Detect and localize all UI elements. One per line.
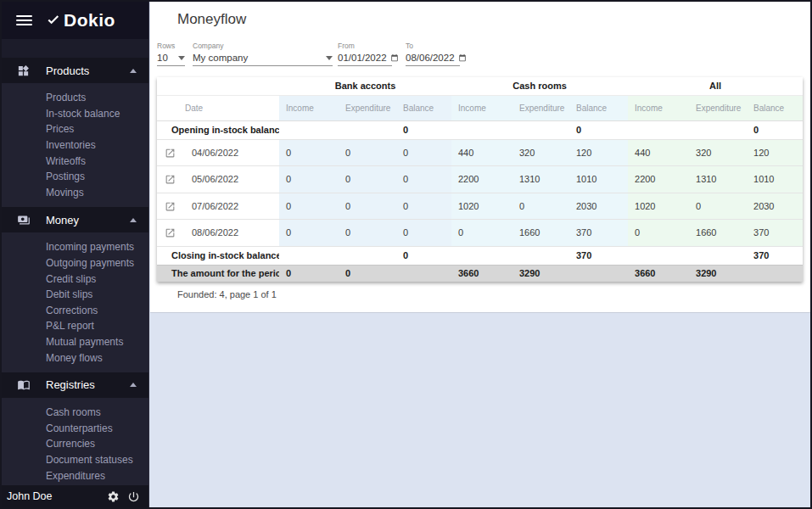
icon-column-header: [157, 95, 183, 120]
chevron-up-icon: [130, 218, 137, 222]
value-cell: 1310: [689, 166, 747, 193]
group-cash-rooms: Cash rooms: [451, 77, 628, 95]
column-header-expenditure-7: Expenditure: [689, 95, 747, 120]
value-cell: 0: [396, 139, 451, 166]
balance-cell: 0: [396, 246, 451, 265]
sidebar-item-p-l-report[interactable]: P&L report: [2, 318, 148, 334]
value-cell: 0: [396, 166, 451, 193]
opening-balance-row-label: Opening in-stock balance: [157, 120, 279, 139]
date-to-field[interactable]: To 08/06/2022: [406, 42, 460, 66]
group-bank-accounts: Bank acconts: [279, 77, 451, 95]
calendar-icon[interactable]: [390, 53, 399, 63]
section-items-products: ProductsIn-stock balancePricesInventorie…: [2, 83, 148, 207]
calendar-icon[interactable]: [458, 53, 467, 63]
sidebar-item-in-stock-balance[interactable]: In-stock balance: [2, 106, 148, 122]
moneyflow-table-card: Bank acconts Cash rooms All DateIncomeEx…: [157, 77, 803, 282]
sidebar-item-writeoffs[interactable]: Writeoffs: [2, 153, 148, 169]
rows-value: 10: [157, 53, 168, 63]
value-cell: 440: [451, 139, 512, 166]
balance-cell: 0: [569, 120, 628, 139]
opening-balance-row: Opening in-stock balance000: [157, 120, 803, 139]
sidebar-item-movings[interactable]: Movings: [2, 185, 148, 201]
hamburger-menu-icon[interactable]: [16, 13, 32, 28]
value-cell: 0: [339, 220, 396, 247]
value-cell: 0: [279, 139, 339, 166]
open-in-new-icon[interactable]: [157, 193, 183, 220]
sidebar-item-counterparties[interactable]: Counterparties: [2, 421, 148, 437]
table-row: 07/06/2022000102002030102002030: [157, 193, 803, 220]
total-cell: 3660: [451, 265, 512, 282]
sidebar-section-registries[interactable]: Registries: [2, 372, 148, 398]
value-cell: 0: [279, 220, 339, 247]
sidebar-item-currencies[interactable]: Currencies: [2, 436, 148, 452]
gear-icon[interactable]: [107, 490, 120, 503]
sidebar-spacer: [2, 39, 148, 58]
period-total-row: The amount for the period003660329036603…: [157, 265, 803, 282]
sidebar-item-prices[interactable]: Prices: [2, 121, 148, 137]
value-cell: 0: [339, 166, 396, 193]
check-icon: [45, 14, 61, 27]
column-header-balance-5: Balance: [569, 95, 628, 120]
value-cell: 120: [747, 139, 803, 166]
sidebar-item-cash-rooms[interactable]: Cash rooms: [2, 405, 148, 421]
value-cell: 1020: [451, 193, 512, 220]
power-icon[interactable]: [127, 490, 140, 503]
value-cell: 1660: [689, 220, 747, 247]
sidebar-item-debit-slips[interactable]: Debit slips: [2, 287, 148, 303]
value-cell: 0: [512, 193, 569, 220]
section-items-money: Incoming paymentsOutgoing paymentsCredit…: [2, 232, 148, 372]
balance-cell: [512, 246, 569, 265]
from-label: From: [338, 42, 392, 50]
row-date: 08/06/2022: [183, 220, 279, 247]
balance-cell: [451, 120, 512, 139]
column-header-date: Date: [183, 95, 279, 120]
company-select[interactable]: Company My company: [193, 42, 333, 66]
value-cell: 0: [279, 193, 339, 220]
chevron-up-icon: [130, 69, 137, 73]
total-cell: 3660: [628, 265, 689, 282]
sidebar-item-outgoing-payments[interactable]: Outgoing payments: [2, 255, 148, 271]
total-cell: 0: [339, 265, 396, 282]
open-in-new-icon[interactable]: [157, 220, 183, 247]
sidebar-item-expenditures[interactable]: Expenditures: [2, 467, 148, 484]
total-cell: 3290: [512, 265, 569, 282]
balance-cell: 0: [396, 120, 451, 139]
logo-text: Dokio: [64, 10, 115, 31]
sidebar-item-products[interactable]: Products: [2, 90, 148, 106]
sidebar-header: Dokio: [2, 2, 148, 39]
sidebar-item-document-statuses[interactable]: Document statuses: [2, 452, 148, 468]
table-body: Opening in-stock balance00004/06/2022000…: [157, 120, 803, 282]
sidebar-item-incoming-payments[interactable]: Incoming payments: [2, 239, 148, 255]
total-cell: [747, 265, 803, 282]
sidebar-item-corrections[interactable]: Corrections: [2, 303, 148, 319]
rows-select[interactable]: Rows 10: [157, 42, 185, 66]
balance-cell: [689, 246, 747, 265]
value-cell: 370: [747, 220, 803, 247]
group-empty: [157, 77, 279, 95]
value-cell: 1020: [628, 193, 689, 220]
sidebar-item-inventories[interactable]: Inventories: [2, 137, 148, 154]
sidebar-section-products[interactable]: Products: [2, 58, 148, 83]
date-from-field[interactable]: From 01/01/2022: [338, 42, 392, 66]
company-label: Company: [193, 42, 333, 50]
value-cell: 1660: [512, 220, 569, 247]
open-in-new-icon[interactable]: [157, 166, 183, 193]
column-header-expenditure-4: Expenditure: [512, 95, 569, 120]
main-content: Moneyflow Rows 10 Company My company: [150, 2, 810, 507]
chevron-down-icon: [326, 56, 333, 60]
app-logo[interactable]: Dokio: [45, 10, 115, 31]
open-in-new-icon[interactable]: [157, 139, 183, 166]
table-row: 04/06/2022000440320120440320120: [157, 139, 803, 166]
sidebar-item-money-flows[interactable]: Money flows: [2, 350, 148, 366]
widgets-icon: [17, 64, 31, 77]
balance-cell: [628, 246, 689, 265]
user-name: John Doe: [7, 490, 99, 502]
sidebar-item-credit-slips[interactable]: Credit slips: [2, 271, 148, 287]
sidebar-item-mutual-payments[interactable]: Mutual payments: [2, 334, 148, 350]
sidebar-item-postings[interactable]: Postings: [2, 169, 148, 185]
balance-cell: [339, 120, 396, 139]
total-cell: 0: [279, 265, 339, 282]
balance-cell: [628, 120, 689, 139]
value-cell: 0: [339, 193, 396, 220]
sidebar-section-money[interactable]: Money: [2, 207, 148, 232]
